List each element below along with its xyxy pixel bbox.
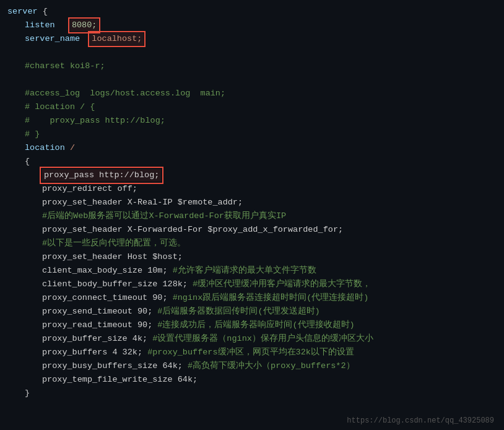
code-line-comment-forwarded: #后端的Web服务器可以通过X-Forwarded-For获取用户真实IP (0, 209, 504, 223)
code-editor: server {listen 8080; server_name localho… (0, 0, 504, 430)
code-line-comment-reverse: #以下是一些反向代理的配置，可选。 (0, 237, 504, 250)
code-line-open-brace: { (0, 155, 504, 169)
code-line-comment-close: # } (0, 128, 504, 141)
code-line-client-body: client_body_buffer_size 128k; #缓冲区代理缓冲用客… (0, 278, 504, 291)
watermark: https://blog.csdn.net/qq_43925089 (347, 416, 494, 425)
code-line-comment-proxy: # proxy_pass http://blog; (0, 114, 504, 128)
code-line-blank1 (0, 46, 504, 59)
code-line-server-open: server { (0, 5, 504, 19)
highlighted-value: 8080; (70, 19, 99, 32)
code-line-access-log: #access_log logs/host.access.log main; (0, 87, 504, 100)
proxy-pass-highlighted: proxy_pass http://blog; (42, 169, 161, 182)
code-line-proxy-send: proxy_send_timeout 90; #后端服务器数据回传时间(代理发送… (0, 305, 504, 318)
code-line-proxy-set-real: proxy_set_header X-Real-IP $remote_addr; (0, 196, 504, 209)
code-line-blank2 (0, 73, 504, 87)
code-line-proxy-temp: proxy_temp_file_write_size 64k; (0, 373, 504, 387)
code-line-location: location / (0, 141, 504, 155)
code-line-server-name: server_name localhost; (0, 32, 504, 46)
code-line-charset: #charset koi8-r; (0, 59, 504, 73)
code-line-proxy-busy: proxy_busy_buffers_size 64k; #高负荷下缓冲大小（p… (0, 359, 504, 373)
code-line-listen: listen 8080; (0, 19, 504, 32)
code-line-client-max: client_max_body_size 10m; #允许客户端请求的最大单文件… (0, 264, 504, 278)
code-line-proxy-read: proxy_read_timeout 90; #连接成功后，后端服务器响应时间(… (0, 318, 504, 332)
code-line-proxy-pass: proxy_pass http://blog; (0, 169, 504, 182)
code-line-proxy-redirect: proxy_redirect off; (0, 182, 504, 196)
code-line-comment-loc1: # location / { (0, 100, 504, 114)
code-line-proxy-buffer-size: proxy_buffer_size 4k; #设置代理服务器（nginx）保存用… (0, 332, 504, 346)
code-line-proxy-set-host: proxy_set_header Host $host; (0, 250, 504, 264)
code-line-proxy-connect: proxy_connect_timeout 90; #nginx跟后端服务器连接… (0, 291, 504, 305)
code-line-proxy-buffers: proxy_buffers 4 32k; #proxy_buffers缓冲区，网… (0, 346, 504, 359)
code-line-close-brace: } (0, 387, 504, 400)
code-line-proxy-set-forwarded: proxy_set_header X-Forwarded-For $proxy_… (0, 223, 504, 237)
highlighted-value: localhost; (90, 33, 144, 45)
